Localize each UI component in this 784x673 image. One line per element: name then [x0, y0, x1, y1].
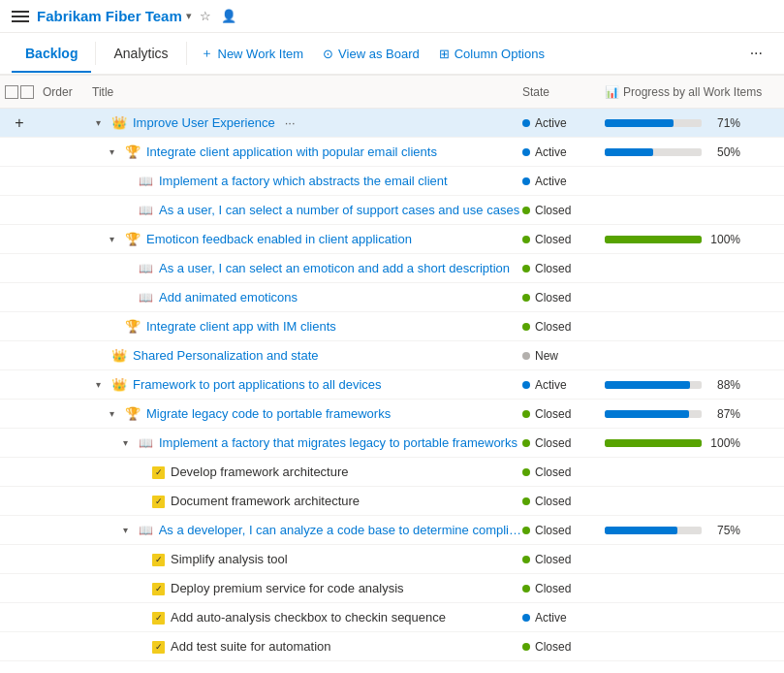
state-dot: [522, 323, 530, 331]
row-title-text[interactable]: Integrate client app with IM clients: [146, 319, 336, 334]
add-item-icon[interactable]: +: [15, 114, 23, 132]
hamburger-icon[interactable]: [12, 11, 29, 22]
progress-bar: [605, 148, 702, 156]
table-row[interactable]: ✓Add test suite for automationClosed: [0, 632, 784, 661]
view-as-board-button[interactable]: ⊙ View as Board: [313, 41, 429, 67]
table-row[interactable]: ✓Add auto-analysis checkbox to checkin s…: [0, 603, 784, 632]
expand-icon[interactable]: ▾: [123, 525, 135, 535]
task-icon: ✓: [152, 465, 165, 479]
row-state: Active: [522, 145, 605, 159]
header-icons: ☆ 👤: [200, 9, 236, 23]
row-title-text[interactable]: Integrate client application with popula…: [146, 144, 437, 159]
progress-bar: [605, 410, 702, 418]
table-row[interactable]: ▾👑Framework to port applications to all …: [0, 370, 784, 400]
state-text: Closed: [535, 524, 571, 537]
progress-bar-fill: [605, 119, 674, 127]
row-title-cell: 👑Shared Personalization and state: [92, 348, 522, 363]
state-dot: [522, 207, 530, 214]
row-state: Closed: [522, 582, 605, 595]
row-add-button[interactable]: +: [0, 114, 39, 132]
expand-icon[interactable]: ▾: [96, 117, 108, 128]
table-row[interactable]: ▾🏆Integrate client application with popu…: [0, 138, 784, 167]
table-row[interactable]: ▾🏆Migrate legacy code to portable framew…: [0, 400, 784, 429]
progress-percent: 71%: [707, 116, 740, 130]
table-row[interactable]: ✓Simplify analysis toolClosed: [0, 545, 784, 574]
state-dot: [522, 614, 530, 622]
row-title-text: Add auto-analysis checkbox to checkin se…: [171, 610, 446, 625]
table-row[interactable]: ▾🏆Emoticon feedback enabled in client ap…: [0, 225, 784, 254]
row-progress: 71%: [605, 116, 784, 130]
row-title-text[interactable]: Framework to port applications to all de…: [133, 377, 382, 392]
row-state: Closed: [522, 465, 605, 479]
row-title-text[interactable]: Implement a factory which abstracts the …: [159, 174, 448, 188]
progress-percent: 100%: [707, 233, 740, 246]
task-icon: ✓: [152, 552, 165, 566]
row-title-text[interactable]: Migrate legacy code to portable framewor…: [146, 406, 391, 421]
feature-icon: 🏆: [125, 232, 141, 246]
row-title-text: Add test suite for automation: [171, 639, 330, 654]
story-icon: 📖: [139, 436, 153, 450]
table-row[interactable]: 📖As a user, I can select an emoticon and…: [0, 254, 784, 283]
expand-icon[interactable]: ▾: [110, 146, 121, 157]
state-text: Closed: [535, 291, 571, 304]
row-title-text[interactable]: Improve User Experience: [133, 115, 275, 130]
team-name[interactable]: Fabrikam Fiber Team: [37, 8, 182, 24]
state-text: Closed: [535, 553, 571, 566]
row-more-button[interactable]: ···: [285, 115, 296, 130]
row-progress: 100%: [605, 436, 784, 450]
state-text: Active: [535, 175, 567, 188]
table-row[interactable]: ▾📖As a developer, I can analyze a code b…: [0, 516, 784, 545]
progress-bar-fill: [605, 439, 702, 447]
favorite-icon[interactable]: ☆: [200, 9, 211, 23]
state-dot: [522, 556, 530, 563]
new-work-item-button[interactable]: ＋ New Work Item: [191, 39, 314, 68]
tab-backlog[interactable]: Backlog: [12, 36, 91, 73]
state-dot: [522, 352, 530, 360]
table-row[interactable]: 📖Implement a factory which abstracts the…: [0, 167, 784, 196]
table-row[interactable]: 👑Shared Personalization and stateNew: [0, 341, 784, 370]
row-progress: 100%: [605, 233, 784, 246]
row-title-cell: ▾📖As a developer, I can analyze a code b…: [92, 523, 522, 537]
select-all-checkbox[interactable]: [5, 85, 18, 99]
person-add-icon[interactable]: 👤: [221, 9, 236, 23]
expand-icon[interactable]: ▾: [123, 437, 135, 448]
row-title-cell: ✓Add test suite for automation: [92, 639, 522, 654]
expand-all-checkbox[interactable]: [20, 85, 34, 99]
row-title-text: Simplify analysis tool: [171, 552, 288, 566]
table-row[interactable]: ▾📖Implement a factory that migrates lega…: [0, 429, 784, 458]
table-row[interactable]: ✓Deploy premium service for code analysi…: [0, 574, 784, 603]
table-row[interactable]: ✓Develop framework architectureClosed: [0, 458, 784, 487]
state-text: Closed: [535, 436, 571, 450]
table-row[interactable]: 🏆Integrate client app with IM clientsClo…: [0, 312, 784, 341]
table-row[interactable]: 📖Add animated emoticonsClosed: [0, 283, 784, 312]
state-dot: [522, 381, 530, 389]
row-title-cell: ▾🏆Integrate client application with popu…: [92, 144, 522, 159]
state-text: Closed: [535, 465, 571, 479]
row-title-text[interactable]: As a user, I can select an emoticon and …: [159, 261, 510, 275]
state-text: Closed: [535, 407, 571, 421]
team-chevron-icon[interactable]: ▾: [186, 10, 192, 22]
expand-icon[interactable]: ▾: [110, 408, 121, 419]
row-title-text[interactable]: Emoticon feedback enabled in client appl…: [146, 232, 412, 246]
state-dot: [522, 148, 530, 156]
col-title-header: Title: [92, 85, 522, 99]
expand-icon[interactable]: ▾: [96, 379, 108, 390]
row-title-text[interactable]: Add animated emoticons: [159, 290, 298, 304]
row-title-text[interactable]: Shared Personalization and state: [133, 348, 319, 363]
table-row[interactable]: +▾👑Improve User Experience···Active71%: [0, 109, 784, 138]
more-options-button[interactable]: ···: [740, 39, 772, 68]
row-title-text[interactable]: As a user, I can select a number of supp…: [159, 203, 519, 217]
expand-icon[interactable]: ▾: [110, 234, 121, 244]
progress-bar-fill: [605, 148, 653, 156]
column-options-icon: ⊞: [439, 47, 450, 61]
table-row[interactable]: ✓Document framework architectureClosed: [0, 487, 784, 516]
row-title-cell: ✓Add auto-analysis checkbox to checkin s…: [92, 610, 522, 625]
row-title-text: Deploy premium service for code analysis: [171, 581, 404, 595]
row-title-text[interactable]: As a developer, I can analyze a code bas…: [159, 523, 522, 537]
task-icon: ✓: [152, 639, 165, 654]
row-title-text[interactable]: Implement a factory that migrates legacy…: [159, 435, 517, 450]
column-options-button[interactable]: ⊞ Column Options: [429, 41, 554, 67]
table-row[interactable]: 📖As a user, I can select a number of sup…: [0, 196, 784, 225]
progress-percent: 75%: [707, 524, 740, 537]
tab-analytics[interactable]: Analytics: [100, 36, 181, 73]
